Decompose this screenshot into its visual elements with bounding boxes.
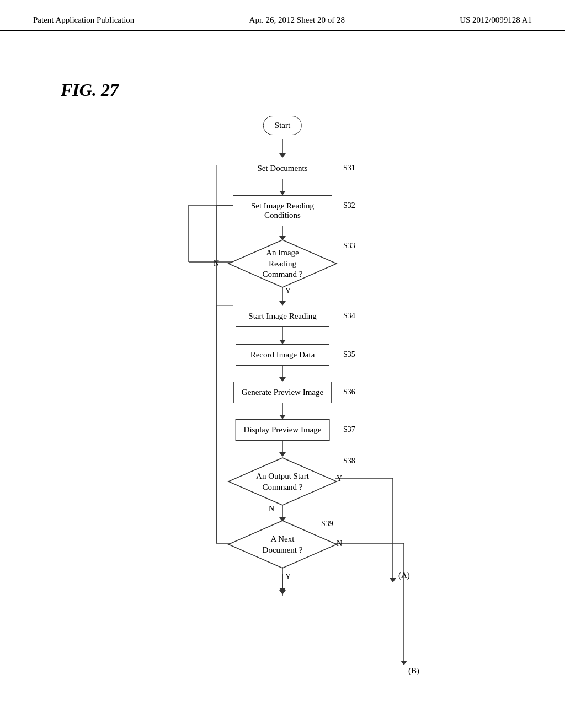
b-label: (B) [408,666,419,676]
s33-label: An Image Reading Command ? [255,248,310,280]
s31-node: Set Documents [236,158,329,179]
start-node: Start [263,116,302,135]
s33-node: An Image Reading Command ? [227,239,338,288]
s38-y-label: Y [337,474,342,483]
a-label: (A) [398,571,410,580]
s35-node: Record Image Data [236,344,329,366]
header-left: Patent Application Publication [33,15,134,25]
s34-node: Start Image Reading [236,306,329,327]
svg-marker-19 [279,452,286,457]
s37-label: S37 [343,425,355,434]
s36-label: S36 [343,388,355,397]
s33-n-label: N [214,259,219,268]
fig-title: FIG. 27 [61,80,119,100]
svg-marker-3 [279,191,286,195]
svg-marker-15 [279,377,286,382]
s34-box: Start Image Reading [236,306,329,327]
svg-marker-41 [279,590,286,595]
s39-step: S39 [321,520,333,528]
s36-box: Generate Preview Image [233,382,332,403]
page-header: Patent Application Publication Apr. 26, … [0,0,565,31]
svg-marker-13 [279,340,286,344]
s37-box: Display Preview Image [236,419,330,441]
s32-node: Set Image Reading Conditions [233,195,332,226]
s31-label: S31 [343,164,355,173]
s39-n-label: N [337,539,342,548]
s38-label: An Output Start Command ? [256,471,309,493]
svg-marker-11 [279,301,286,306]
s38-n-label: N [269,505,274,513]
header-right: US 2012/0099128 A1 [460,15,532,25]
s35-box: Record Image Data [236,344,329,366]
start-label: Start [263,116,302,135]
s38-step: S38 [343,457,355,465]
s39-label: A Next Document ? [255,534,310,555]
s38-node: An Output Start Command ? [227,457,338,506]
svg-marker-22 [390,578,396,582]
s39-y-label: Y [285,572,291,581]
s35-label: S35 [343,350,355,359]
svg-marker-17 [279,415,286,419]
flowchart-container: Start Set Documents S31 Set Image Readin… [106,99,459,706]
s37-node: Display Preview Image [236,419,330,441]
s32-box: Set Image Reading Conditions [233,195,332,226]
s33-step: S33 [343,242,355,250]
s36-node: Generate Preview Image [233,382,332,403]
svg-marker-31 [401,661,407,665]
s33-y-label: Y [285,287,291,296]
s32-label: S32 [343,201,355,210]
header-center: Apr. 26, 2012 Sheet 20 of 28 [249,15,345,25]
s39-y-arrow [277,567,294,600]
s34-label: S34 [343,312,355,320]
s31-box: Set Documents [236,158,329,179]
svg-marker-33 [279,588,286,592]
svg-marker-1 [279,153,286,158]
